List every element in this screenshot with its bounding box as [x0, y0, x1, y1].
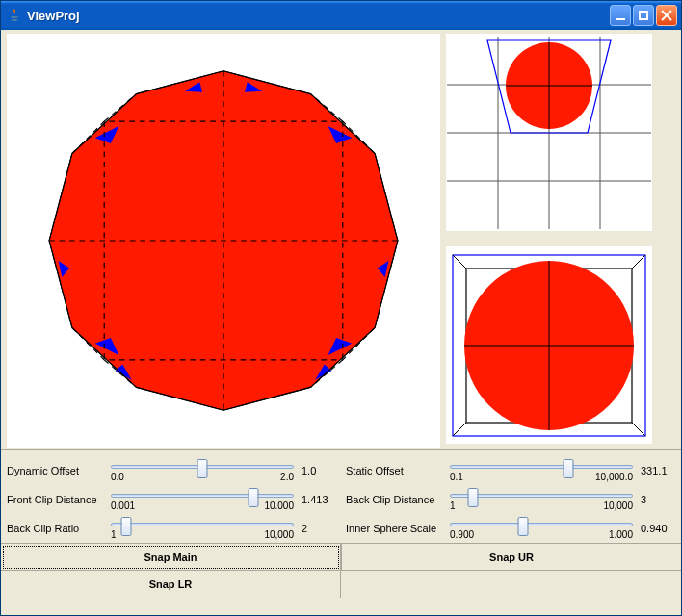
slider-control[interactable]: 1 10,000 — [107, 517, 298, 540]
snap-ur-button[interactable]: Snap UR — [341, 544, 681, 571]
slider-label: Inner Sphere Scale — [346, 523, 442, 534]
slider-value: 0.940 — [641, 523, 675, 534]
slider-value: 1.0 — [302, 465, 336, 476]
svg-line-32 — [453, 255, 466, 269]
main-3d-view[interactable] — [7, 34, 440, 448]
app-window: ViewProj — [0, 0, 682, 616]
upper-right-view[interactable] — [446, 34, 652, 231]
slider-label: Back Clip Ratio — [7, 523, 103, 534]
content-area: Dynamic Offset 0.0 2.0 1.0 Static Offset… — [1, 30, 681, 615]
slider-control[interactable]: 0.001 10.000 — [107, 488, 298, 511]
slider-label: Back Clip Distance — [346, 494, 442, 505]
minimize-button[interactable] — [610, 5, 631, 26]
snap-buttons-row: Snap Main Snap UR Snap LR — [1, 543, 681, 598]
snap-main-button[interactable]: Snap Main — [1, 544, 341, 571]
slider-control[interactable]: 0.1 10,000.0 — [446, 459, 637, 482]
svg-line-33 — [632, 255, 645, 269]
slider-control[interactable]: 0.900 1.000 — [446, 517, 637, 540]
back-clip-ratio-slider: Back Clip Ratio 1 10,000 2 — [7, 514, 336, 543]
svg-line-35 — [632, 423, 645, 436]
slider-label: Dynamic Offset — [7, 465, 103, 476]
right-views-column — [446, 34, 652, 448]
slider-control[interactable]: 1 10,000 — [446, 488, 637, 511]
java-app-icon — [7, 8, 22, 23]
sliders-panel: Dynamic Offset 0.0 2.0 1.0 Static Offset… — [1, 449, 681, 543]
close-button[interactable] — [656, 5, 677, 26]
slider-label: Front Clip Distance — [7, 494, 103, 505]
inner-sphere-scale-slider: Inner Sphere Scale 0.900 1.000 0.940 — [346, 514, 675, 543]
titlebar[interactable]: ViewProj — [1, 1, 681, 30]
slider-label: Static Offset — [346, 465, 442, 476]
svg-line-34 — [453, 423, 466, 436]
slider-value: 1.413 — [302, 494, 336, 505]
slider-value: 2 — [302, 523, 336, 534]
window-title: ViewProj — [27, 9, 610, 23]
window-control-buttons — [610, 5, 677, 26]
lower-right-view[interactable] — [446, 246, 652, 444]
slider-value: 3 — [641, 494, 675, 505]
views-row — [1, 30, 681, 449]
slider-value: 331.1 — [641, 465, 675, 476]
slider-control[interactable]: 0.0 2.0 — [107, 459, 298, 482]
static-offset-slider: Static Offset 0.1 10,000.0 331.1 — [346, 456, 675, 485]
maximize-button[interactable] — [633, 5, 654, 26]
front-clip-slider: Front Clip Distance 0.001 10.000 1.413 — [7, 485, 336, 514]
back-clip-distance-slider: Back Clip Distance 1 10,000 3 — [346, 485, 675, 514]
dynamic-offset-slider: Dynamic Offset 0.0 2.0 1.0 — [7, 456, 336, 485]
snap-lr-button[interactable]: Snap LR — [1, 571, 341, 598]
